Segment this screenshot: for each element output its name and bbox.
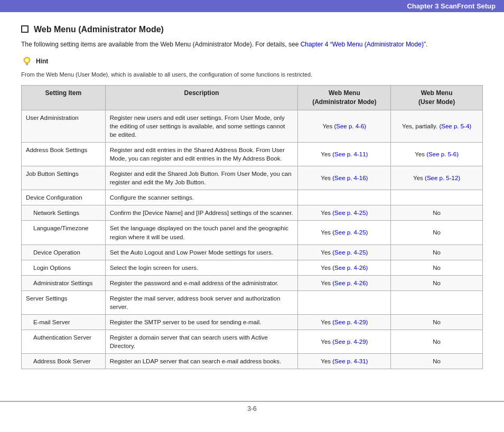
cell-setting: Login Options	[22, 260, 106, 275]
hint-label: Hint	[36, 55, 48, 67]
intro-paragraph: The following setting items are availabl…	[21, 40, 483, 49]
cell-web-admin: Yes (See p. 4-31)	[298, 354, 391, 369]
cell-setting: User Administration	[22, 110, 106, 142]
table-row: Job Button SettingsRegister and edit the…	[22, 166, 483, 190]
th-description: Description	[105, 86, 298, 110]
cell-setting: Authentication Server	[22, 330, 106, 354]
web-admin-link[interactable]: (See p. 4-25)	[332, 229, 368, 236]
cell-web-user: No	[391, 275, 483, 290]
web-admin-link[interactable]: (See p. 4-25)	[332, 210, 368, 216]
web-admin-link[interactable]: (See p. 4-25)	[332, 249, 368, 256]
web-admin-link[interactable]: (See p. 4-11)	[332, 151, 368, 157]
hint-text: From the Web Menu (User Mode), which is …	[21, 71, 483, 78]
table-row: User AdministrationRegister new users an…	[22, 110, 483, 142]
web-user-link[interactable]: (See p. 5-6)	[426, 151, 459, 157]
table-row: Device ConfigurationConfigure the scanne…	[22, 190, 483, 205]
web-admin-link[interactable]: (See p. 4-6)	[334, 123, 366, 129]
cell-description: Register the mail server, address book s…	[105, 290, 298, 314]
section-title: Web Menu (Administrator Mode)	[21, 25, 483, 34]
cell-description: Select the login screen for users.	[105, 260, 298, 275]
web-admin-link[interactable]: (See p. 4-26)	[332, 265, 368, 271]
web-admin-link[interactable]: (See p. 4-16)	[332, 175, 368, 181]
cell-description: Configure the scanner settings.	[105, 190, 298, 205]
svg-rect-1	[26, 63, 29, 64]
table-row: Administrator SettingsRegister the passw…	[22, 275, 483, 290]
web-admin-link[interactable]: (See p. 4-26)	[332, 280, 368, 286]
cell-setting: Device Operation	[22, 245, 106, 260]
cell-web-admin: Yes (See p. 4-11)	[298, 142, 391, 166]
cell-web-user: No	[391, 315, 483, 330]
cell-description: Register an LDAP server that can search …	[105, 354, 298, 369]
cell-description: Set the Auto Logout and Low Power Mode s…	[105, 245, 298, 260]
svg-line-4	[24, 58, 24, 59]
cell-web-admin: Yes (See p. 4-29)	[298, 330, 391, 354]
table-header-row: Setting Item Description Web Menu(Admini…	[22, 86, 483, 110]
cell-web-user: No	[391, 260, 483, 275]
main-content: Web Menu (Administrator Mode) The follow…	[0, 12, 504, 390]
web-admin-link[interactable]: (See p. 4-29)	[332, 319, 368, 325]
page-number: 3-6	[247, 405, 256, 412]
web-user-link[interactable]: (See p. 5-4)	[439, 123, 471, 129]
table-row: Login OptionsSelect the login screen for…	[22, 260, 483, 275]
cell-setting: Network Settings	[22, 205, 106, 221]
hint-icon	[21, 55, 33, 67]
cell-web-admin: Yes (See p. 4-25)	[298, 245, 391, 260]
cell-description: Register the SMTP server to be used for …	[105, 315, 298, 330]
web-user-link[interactable]: (See p. 5-12)	[425, 175, 460, 181]
cell-description: Register and edit the Shared Job Button.…	[105, 166, 298, 190]
table-row: Address Book ServerRegister an LDAP serv…	[22, 354, 483, 369]
th-web-user: Web Menu(User Mode)	[391, 86, 483, 110]
table-row: Address Book SettingsRegister and edit e…	[22, 142, 483, 166]
cell-web-admin: Yes (See p. 4-25)	[298, 205, 391, 221]
cell-web-user: No	[391, 221, 483, 245]
table-row: Authentication ServerRegister a domain s…	[22, 330, 483, 354]
cell-setting: Administrator Settings	[22, 275, 106, 290]
cell-web-user: Yes (See p. 5-12)	[391, 166, 483, 190]
hint-box: Hint	[21, 55, 483, 67]
table-row: Server SettingsRegister the mail server,…	[22, 290, 483, 314]
cell-web-admin: Yes (See p. 4-26)	[298, 275, 391, 290]
cell-web-user: No	[391, 205, 483, 221]
cell-web-admin: Yes (See p. 4-16)	[298, 166, 391, 190]
web-admin-link[interactable]: (See p. 4-31)	[332, 358, 368, 364]
intro-link[interactable]: Chapter 4 “Web Menu (Administrator Mode)…	[301, 41, 426, 48]
footer: 3-6	[0, 401, 504, 412]
header-bar: Chapter 3 ScanFront Setup	[0, 0, 504, 12]
cell-web-admin: Yes (See p. 4-6)	[298, 110, 391, 142]
cell-web-admin: Yes (See p. 4-25)	[298, 221, 391, 245]
table-row: Device OperationSet the Auto Logout and …	[22, 245, 483, 260]
section-title-text: Web Menu (Administrator Mode)	[34, 25, 164, 34]
web-admin-link[interactable]: (See p. 4-29)	[332, 339, 368, 345]
cell-setting: Language/Timezone	[22, 221, 106, 245]
th-setting: Setting Item	[22, 86, 106, 110]
table-row: E-mail ServerRegister the SMTP server to…	[22, 315, 483, 330]
cell-web-admin	[298, 190, 391, 205]
chapter-label: Chapter 3 ScanFront Setup	[407, 2, 496, 10]
cell-setting: E-mail Server	[22, 315, 106, 330]
cell-description: Register the password and e-mail address…	[105, 275, 298, 290]
cell-web-user: Yes, partially. (See p. 5-4)	[391, 110, 483, 142]
svg-line-5	[30, 58, 30, 59]
cell-description: Register and edit entries in the Shared …	[105, 142, 298, 166]
table-row: Language/TimezoneSet the language displa…	[22, 221, 483, 245]
cell-setting: Device Configuration	[22, 190, 106, 205]
cell-description: Set the language displayed on the touch …	[105, 221, 298, 245]
cell-web-user: No	[391, 354, 483, 369]
cell-web-user	[391, 290, 483, 314]
th-web-admin: Web Menu(Administrator Mode)	[298, 86, 391, 110]
cell-web-user	[391, 190, 483, 205]
cell-description: Register a domain server that can search…	[105, 330, 298, 354]
table-row: Network SettingsConfirm the [Device Name…	[22, 205, 483, 221]
cell-description: Register new users and edit user setting…	[105, 110, 298, 142]
svg-point-6	[25, 59, 29, 62]
cell-description: Confirm the [Device Name] and [IP Addres…	[105, 205, 298, 221]
cell-web-admin	[298, 290, 391, 314]
cell-setting: Server Settings	[22, 290, 106, 314]
cell-web-admin: Yes (See p. 4-26)	[298, 260, 391, 275]
cell-web-user: No	[391, 330, 483, 354]
intro-text: The following setting items are availabl…	[21, 41, 301, 48]
svg-rect-2	[26, 64, 28, 65]
intro-suffix: .	[426, 41, 427, 48]
cell-setting: Address Book Server	[22, 354, 106, 369]
cell-setting: Address Book Settings	[22, 142, 106, 166]
